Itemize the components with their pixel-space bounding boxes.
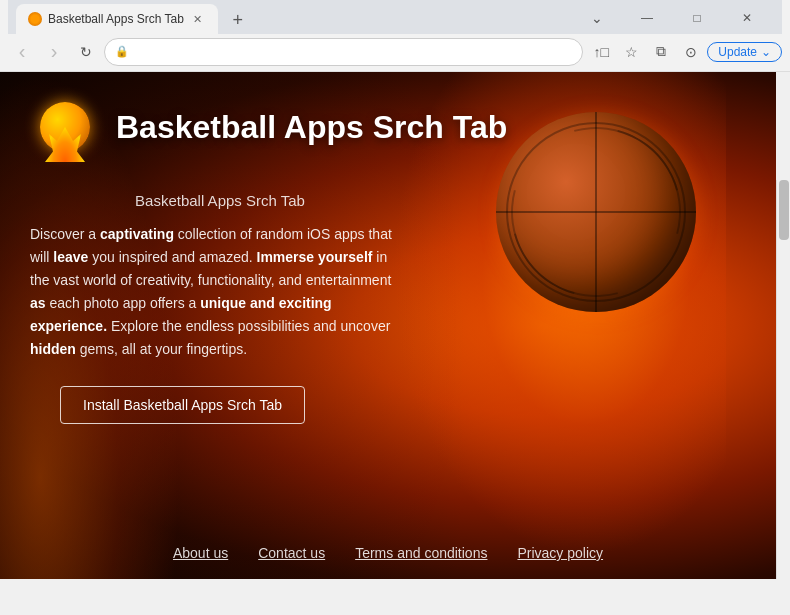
forward-button[interactable]: › [40, 38, 68, 66]
install-button-label: Install Basketball Apps Srch Tab [83, 397, 282, 413]
toolbar-actions: ↑□ ☆ ⧉ ⊙ Update ⌄ [587, 38, 782, 66]
tab-strip: Basketball Apps Srch Tab ✕ + ⌄ — □ ✕ [8, 0, 782, 34]
window-controls: ⌄ — □ ✕ [574, 2, 774, 34]
logo-title: Basketball Apps Srch Tab [116, 109, 507, 146]
maximize-button[interactable]: □ [674, 2, 720, 34]
lock-icon: 🔒 [115, 45, 129, 58]
title-bar: Basketball Apps Srch Tab ✕ + ⌄ — □ ✕ [0, 0, 790, 32]
install-button[interactable]: Install Basketball Apps Srch Tab [60, 386, 305, 424]
update-chevron: ⌄ [761, 45, 771, 59]
split-view-icon[interactable]: ⧉ [647, 38, 675, 66]
update-button[interactable]: Update ⌄ [707, 42, 782, 62]
profile-icon[interactable]: ⊙ [677, 38, 705, 66]
tab-close-button[interactable]: ✕ [190, 11, 206, 27]
privacy-link[interactable]: Privacy policy [517, 545, 603, 561]
content-description: Discover a captivating collection of ran… [30, 223, 410, 362]
scrollbar[interactable] [776, 180, 790, 579]
update-label: Update [718, 45, 757, 59]
minimize-button[interactable]: — [624, 2, 670, 34]
toolbar: ‹ › ↻ 🔒 ↑□ ☆ ⧉ ⊙ Update ⌄ [0, 32, 790, 72]
terms-link[interactable]: Terms and conditions [355, 545, 487, 561]
basketball-image [496, 112, 696, 312]
logo-area: Basketball Apps Srch Tab [30, 92, 507, 162]
page-content: Basketball Apps Srch Tab Basketball Apps… [0, 72, 776, 579]
contact-link[interactable]: Contact us [258, 545, 325, 561]
chevron-icon[interactable]: ⌄ [574, 2, 620, 34]
back-button[interactable]: ‹ [8, 38, 36, 66]
new-tab-button[interactable]: + [224, 6, 252, 34]
address-bar[interactable]: 🔒 [104, 38, 583, 66]
content-subtitle: Basketball Apps Srch Tab [30, 192, 410, 209]
page-wrapper: Basketball Apps Srch Tab Basketball Apps… [0, 72, 790, 579]
tab-title: Basketball Apps Srch Tab [48, 12, 184, 26]
content-box: Basketball Apps Srch Tab Discover a capt… [30, 192, 410, 424]
share-icon[interactable]: ↑□ [587, 38, 615, 66]
active-tab[interactable]: Basketball Apps Srch Tab ✕ [16, 4, 218, 34]
footer-links: About us Contact us Terms and conditions… [0, 545, 776, 561]
close-button[interactable]: ✕ [724, 2, 770, 34]
bookmark-icon[interactable]: ☆ [617, 38, 645, 66]
browser-chrome: Basketball Apps Srch Tab ✕ + ⌄ — □ ✕ ‹ ›… [0, 0, 790, 72]
logo-icon [30, 92, 100, 162]
scrollbar-thumb[interactable] [779, 180, 789, 240]
reload-button[interactable]: ↻ [72, 38, 100, 66]
tab-favicon [28, 12, 42, 26]
about-link[interactable]: About us [173, 545, 228, 561]
